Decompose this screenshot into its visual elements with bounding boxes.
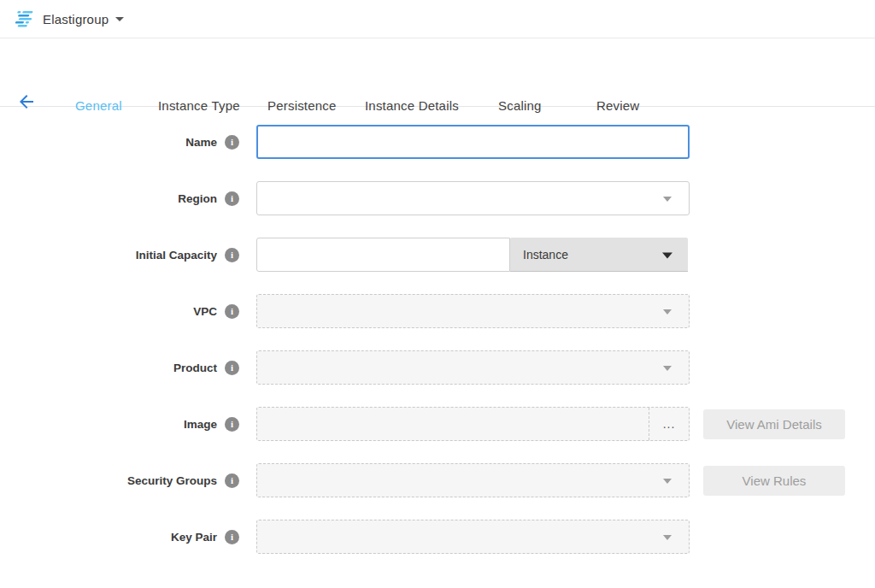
capacity-unit-select[interactable]: Instance bbox=[510, 238, 688, 272]
security-groups-select[interactable] bbox=[256, 463, 690, 497]
region-select[interactable] bbox=[256, 181, 690, 215]
key-pair-select[interactable] bbox=[256, 520, 690, 554]
info-icon[interactable] bbox=[225, 248, 239, 262]
tab-general[interactable]: General bbox=[75, 98, 122, 113]
tab-instance-details[interactable]: Instance Details bbox=[365, 98, 459, 113]
vpc-select[interactable] bbox=[256, 294, 690, 328]
tab-review[interactable]: Review bbox=[596, 98, 639, 113]
tab-scaling[interactable]: Scaling bbox=[498, 98, 542, 113]
view-ami-details-button[interactable]: View Ami Details bbox=[703, 409, 845, 439]
chevron-down-icon bbox=[663, 535, 672, 540]
vpc-label: VPC bbox=[193, 305, 217, 318]
initial-capacity-input[interactable] bbox=[256, 238, 510, 272]
form-row-region: Region bbox=[0, 181, 875, 215]
image-field-group: ... bbox=[256, 407, 690, 441]
wizard-tab-bar: General Instance Type Persistence Instan… bbox=[0, 38, 875, 107]
form-row-initial-capacity: Initial Capacity Instance bbox=[0, 238, 875, 272]
chevron-down-icon bbox=[663, 197, 672, 202]
form-row-vpc: VPC bbox=[0, 294, 875, 328]
elastigroup-logo-icon bbox=[13, 10, 35, 27]
info-icon[interactable] bbox=[225, 530, 239, 544]
chevron-down-icon bbox=[115, 17, 124, 21]
image-input[interactable] bbox=[257, 408, 649, 440]
product-label: Product bbox=[173, 362, 217, 374]
top-bar: Elastigroup bbox=[0, 0, 875, 38]
general-settings-form: Name Region Initial Capacity Instanc bbox=[0, 107, 875, 554]
security-groups-label: Security Groups bbox=[127, 474, 217, 487]
form-row-security-groups: Security Groups View Rules bbox=[0, 463, 875, 497]
chevron-down-icon bbox=[663, 366, 672, 371]
tab-persistence[interactable]: Persistence bbox=[267, 98, 337, 113]
product-switcher[interactable]: Elastigroup bbox=[43, 12, 124, 26]
chevron-down-icon bbox=[663, 309, 672, 315]
info-icon[interactable] bbox=[225, 417, 239, 432]
form-row-image: Image ... View Ami Details bbox=[0, 407, 875, 441]
back-arrow-icon[interactable] bbox=[16, 91, 37, 112]
info-icon[interactable] bbox=[225, 304, 239, 319]
product-select[interactable] bbox=[256, 350, 690, 385]
form-row-name: Name bbox=[0, 125, 875, 159]
chevron-down-icon bbox=[663, 479, 672, 484]
view-rules-button[interactable]: View Rules bbox=[703, 466, 845, 496]
form-row-key-pair: Key Pair bbox=[0, 520, 875, 554]
info-icon[interactable] bbox=[225, 135, 239, 150]
initial-capacity-label: Initial Capacity bbox=[136, 249, 217, 262]
region-label: Region bbox=[178, 192, 217, 205]
product-name: Elastigroup bbox=[43, 12, 109, 26]
info-icon[interactable] bbox=[225, 473, 239, 488]
image-label: Image bbox=[184, 418, 217, 431]
key-pair-label: Key Pair bbox=[171, 531, 217, 544]
browse-image-button[interactable]: ... bbox=[649, 408, 689, 440]
tab-instance-type[interactable]: Instance Type bbox=[158, 98, 240, 113]
info-icon[interactable] bbox=[225, 361, 239, 375]
name-label: Name bbox=[185, 136, 217, 149]
info-icon[interactable] bbox=[225, 191, 239, 206]
form-row-product: Product bbox=[0, 350, 875, 385]
chevron-down-icon bbox=[662, 252, 672, 258]
name-input[interactable] bbox=[256, 125, 690, 159]
capacity-unit-value: Instance bbox=[523, 248, 568, 262]
